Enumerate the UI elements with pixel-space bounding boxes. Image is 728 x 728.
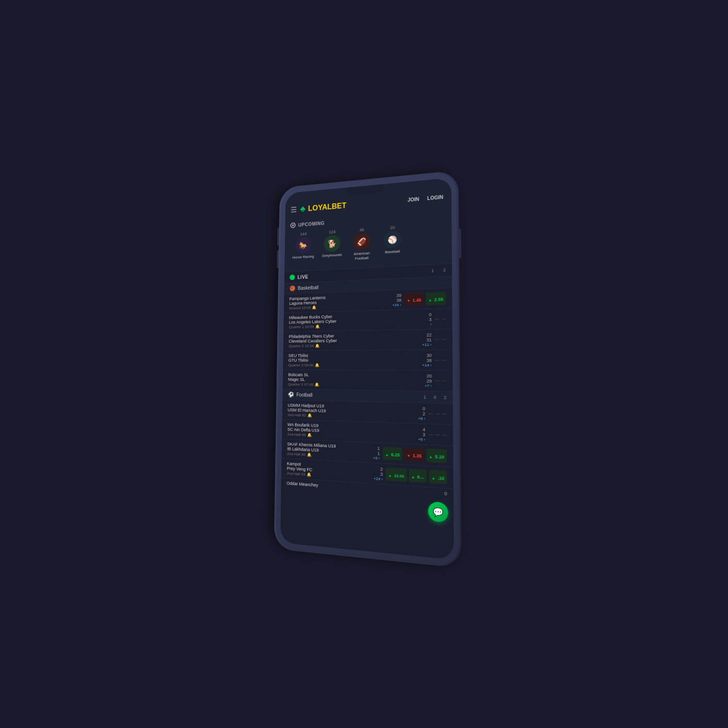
sport-label: American Football xyxy=(348,250,376,261)
sport-icon-american-football: 🏈 xyxy=(353,232,370,250)
logo-plain: LOYAL xyxy=(308,202,332,212)
sport-count: 46 xyxy=(360,227,364,232)
score1: 30 xyxy=(427,353,432,358)
sport-count: 144 xyxy=(300,232,307,236)
basketball-icon: 🏀 xyxy=(289,285,296,292)
live-indicator xyxy=(290,275,295,281)
menu-icon[interactable]: ☰ xyxy=(291,205,297,215)
logo: ♣ LOYALBET xyxy=(300,200,346,214)
handicap[interactable]: +7 › xyxy=(425,383,432,388)
match-row[interactable]: Bobcats SL Magic SL Quarter 2 07:43 🔔 20… xyxy=(282,370,452,391)
score1: 2 xyxy=(381,466,383,472)
sport-label: Baseball xyxy=(385,249,400,254)
odd2-button[interactable]: 2.55 xyxy=(426,292,446,305)
match-row[interactable]: SEU Tbilisi GTU Tbilisi Quarter 3 09:00 … xyxy=(283,349,453,370)
score2: 38 xyxy=(427,358,432,363)
oddX-button: — xyxy=(435,432,440,437)
team2-name: GTU Tbilisi xyxy=(288,358,417,363)
logo-icon: ♣ xyxy=(300,204,305,214)
sport-label: Greyhounds xyxy=(322,252,342,258)
football-col2: 2 xyxy=(444,395,446,400)
odd1-value: 1.45 xyxy=(413,298,421,303)
odd2-button[interactable]: 5.10 xyxy=(427,449,447,463)
odd2-button: — xyxy=(442,432,447,438)
sport-item-american-football[interactable]: 46 🏈 American Football xyxy=(347,227,376,262)
sport-item-horse-racing[interactable]: 144 🐎 Horse Racing xyxy=(290,231,317,264)
sport-item-greyhounds[interactable]: 124 🐕 Greyhounds xyxy=(318,229,346,263)
oddX-button: — xyxy=(435,411,440,416)
sport-item-baseball[interactable]: 20 ⚾ Baseball xyxy=(378,224,407,260)
match-info: Quarter 2 10:24 🔔 xyxy=(289,343,417,348)
odd1-value: 6.20 xyxy=(391,452,400,458)
oddX-button[interactable]: 1.35 xyxy=(404,448,424,462)
score1: 0 xyxy=(423,406,425,412)
logo-accent: BET xyxy=(331,201,346,210)
odd1-button: — xyxy=(428,411,433,416)
live-label: LIVE xyxy=(298,274,308,280)
odd1-button: — xyxy=(435,358,440,363)
handicap[interactable]: +24 › xyxy=(392,302,401,307)
odd1-value: 23.00 xyxy=(394,474,404,479)
football-icon: ⚽ xyxy=(288,392,294,398)
handicap[interactable]: +14 › xyxy=(422,363,432,367)
col-1-header: 1 xyxy=(431,268,434,273)
odd1-button[interactable]: 6.20 xyxy=(383,447,402,461)
oddX-button[interactable]: 6… xyxy=(409,469,427,483)
upcoming-indicator xyxy=(290,222,296,228)
score1: 0 xyxy=(429,312,431,317)
odd2-value: 5.10 xyxy=(435,454,444,460)
score2: 1 xyxy=(378,451,380,456)
score2: 31 xyxy=(427,337,432,342)
score1: 0 xyxy=(445,491,447,496)
match-info: Quarter 2 07:43 🔔 xyxy=(288,382,417,388)
upcoming-label: UPCOMING xyxy=(298,220,324,227)
odd2-button: — xyxy=(442,358,447,363)
odd2-button: — xyxy=(442,337,447,342)
match-row[interactable]: Philadelphia 76ers Cyber Cleveland Caval… xyxy=(283,329,453,350)
score2: 2 xyxy=(423,411,425,416)
odd1-button: — xyxy=(435,378,440,383)
screen-content[interactable]: ☰ ♣ LOYALBET JOIN LOGIN xyxy=(281,178,454,560)
handicap[interactable]: +6 › xyxy=(418,437,425,442)
match-info: Quarter 3 09:00 🔔 xyxy=(288,363,417,367)
handicap[interactable]: +24 › xyxy=(374,476,383,481)
football-col1: 1 xyxy=(424,395,426,399)
odd2-button: — xyxy=(441,316,446,322)
handicap[interactable]: › xyxy=(430,322,431,326)
score2: 3 xyxy=(381,472,383,477)
odd1-button: — xyxy=(429,432,433,437)
score1: 4 xyxy=(423,427,425,432)
odd1-button: — xyxy=(434,316,439,321)
join-button[interactable]: JOIN xyxy=(406,195,421,203)
sport-icon-greyhounds: 🐕 xyxy=(324,234,340,252)
odd1-button[interactable]: 23.00 xyxy=(386,467,407,482)
category-name: Football xyxy=(297,392,313,397)
odd2-button[interactable]: .10 xyxy=(429,470,447,484)
odd2-value: .10 xyxy=(438,476,445,481)
oddX-value: 6… xyxy=(417,474,424,480)
odd2-button: — xyxy=(442,378,447,383)
score2: 29 xyxy=(427,379,432,383)
sport-icon-baseball: ⚾ xyxy=(384,231,401,249)
login-button[interactable]: LOGIN xyxy=(425,193,445,202)
chat-button[interactable]: 💬 xyxy=(428,501,448,523)
logo-text: LOYALBET xyxy=(308,201,347,213)
sport-icon-horse-racing: 🐎 xyxy=(295,237,311,254)
score1: 1 xyxy=(378,446,380,451)
score2: 3 xyxy=(423,432,425,437)
football-colx: X xyxy=(433,395,436,400)
sport-count: 20 xyxy=(390,225,395,231)
score2: 3 xyxy=(429,317,431,322)
score1: 39 xyxy=(397,293,401,298)
score2: 38 xyxy=(397,298,401,302)
score1: 20 xyxy=(427,373,432,378)
handicap[interactable]: +9 › xyxy=(373,456,380,461)
col-2-header: 2 xyxy=(443,267,446,272)
odd1-button[interactable]: 1.45 xyxy=(404,293,424,306)
odd2-value: 2.55 xyxy=(434,297,444,302)
sport-label: Horse Racing xyxy=(292,254,314,260)
oddX-value: 1.35 xyxy=(413,453,422,459)
handicap[interactable]: +8 › xyxy=(418,416,425,421)
handicap[interactable]: +11 › xyxy=(422,342,432,347)
category-name: Basketball xyxy=(298,285,319,291)
